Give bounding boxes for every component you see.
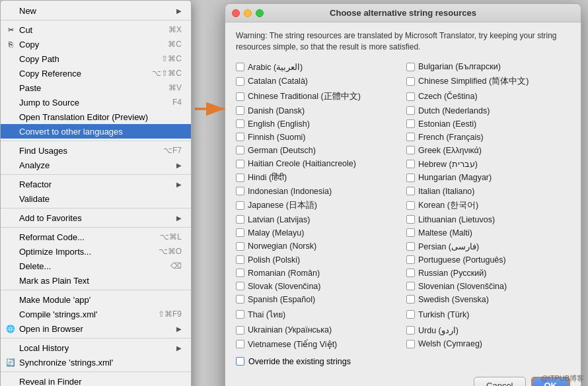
lang-item: Persian (فارسی) [406, 240, 570, 253]
menu-item-copy[interactable]: ⎘ Copy ⌘C [1, 37, 191, 51]
lang-checkbox[interactable] [236, 282, 244, 290]
lang-checkbox[interactable] [236, 77, 244, 86]
lang-checkbox[interactable] [236, 295, 244, 304]
lang-checkbox[interactable] [406, 255, 415, 264]
menu-item-convert[interactable]: Convert to other languages [1, 124, 191, 139]
lang-checkbox[interactable] [406, 92, 415, 101]
traffic-lights [232, 9, 264, 17]
lang-checkbox[interactable] [406, 242, 415, 251]
lang-checkbox[interactable] [406, 215, 415, 224]
lang-item: Romanian (Român) [236, 267, 400, 279]
lang-label: Romanian (Român) [248, 269, 320, 278]
menu-item-new[interactable]: New ▶ [1, 3, 191, 18]
lang-checkbox[interactable] [406, 63, 415, 71]
lang-item: Arabic (العربية) [236, 61, 400, 73]
lang-checkbox[interactable] [406, 295, 415, 304]
menu-item-local-history[interactable]: Local History ▶ [1, 340, 191, 355]
separator-5 [1, 227, 191, 228]
lang-checkbox[interactable] [406, 133, 415, 141]
lang-checkbox[interactable] [236, 269, 244, 277]
lang-checkbox[interactable] [236, 119, 244, 128]
menu-item-validate[interactable]: Validate [1, 191, 191, 206]
menu-item-open-browser[interactable]: 🌐 Open in Browser ▶ [1, 321, 191, 336]
menu-item-optimize-imports[interactable]: Optimize Imports... ⌥⌘O [1, 244, 191, 259]
menu-item-jump-to-source[interactable]: Jump to Source F4 [1, 95, 191, 110]
lang-item: Greek (Ελληνικά) [406, 145, 570, 156]
lang-checkbox[interactable] [236, 92, 244, 101]
lang-item: Ukrainian (Українська) [236, 324, 400, 337]
menu-item-compile-strings[interactable]: Compile 'strings.xml' ⇧⌘F9 [1, 307, 191, 321]
close-button[interactable] [232, 9, 240, 17]
separator-7 [1, 338, 191, 338]
lang-checkbox[interactable] [236, 255, 244, 264]
lang-checkbox[interactable] [406, 160, 415, 168]
menu-item-cut[interactable]: ✂ Cut ⌘X [1, 22, 191, 37]
lang-checkbox[interactable] [236, 201, 244, 210]
menu-item-delete[interactable]: Delete... ⌫ [1, 259, 191, 273]
menu-item-open-translation-editor[interactable]: Open Translation Editor (Preview) [1, 110, 191, 124]
lang-checkbox[interactable] [406, 310, 415, 319]
dialog: Choose alternative string resources Warn… [225, 3, 581, 386]
lang-checkbox[interactable] [236, 133, 244, 141]
lang-checkbox[interactable] [236, 63, 244, 71]
copy-path-label: Copy Path [19, 54, 59, 64]
menu-item-copy-path[interactable]: Copy Path ⇧⌘C [1, 51, 191, 66]
menu-item-analyze[interactable]: Analyze ▶ [1, 158, 191, 172]
minimize-button[interactable] [244, 9, 252, 17]
lang-checkbox[interactable] [236, 310, 244, 319]
menu-item-synchronize[interactable]: 🔄 Synchronize 'strings.xml' [1, 355, 191, 370]
lang-item: Korean (한국어) [406, 199, 570, 212]
lang-checkbox[interactable] [406, 146, 415, 154]
lang-checkbox[interactable] [406, 326, 415, 335]
lang-item: Portuguese (Português) [406, 254, 570, 266]
lang-checkbox[interactable] [406, 174, 415, 182]
lang-checkbox[interactable] [406, 282, 415, 290]
menu-item-add-to-favorites[interactable]: Add to Favorites ▶ [1, 210, 191, 225]
menu-item-refactor[interactable]: Refactor ▶ [1, 177, 191, 191]
lang-checkbox[interactable] [236, 187, 244, 195]
new-label: New [19, 6, 36, 16]
lang-checkbox[interactable] [236, 160, 244, 168]
lang-checkbox[interactable] [236, 228, 244, 237]
lang-label: Norwegian (Norsk) [248, 241, 316, 251]
menu-item-reformat-code[interactable]: Reformat Code... ⌥⌘L [1, 230, 191, 244]
lang-checkbox[interactable] [236, 215, 244, 224]
lang-item: Thai (ไทย) [236, 307, 400, 323]
lang-checkbox[interactable] [406, 340, 415, 348]
menu-item-mark-plain[interactable]: Mark as Plain Text [1, 273, 191, 288]
lang-item: Estonian (Eesti) [406, 118, 570, 130]
lang-checkbox[interactable] [236, 106, 244, 115]
lang-item: French (Français) [406, 131, 570, 143]
lang-checkbox[interactable] [406, 269, 415, 277]
lang-item: Maltese (Malti) [406, 227, 570, 239]
menu-item-make-module[interactable]: Make Module 'app' [1, 292, 191, 307]
lang-checkbox[interactable] [236, 146, 244, 154]
lang-label: Latvian (Latvijas) [248, 215, 311, 224]
lang-item: Vietnamese (Tiếng Việt) [236, 338, 400, 350]
cancel-button[interactable]: Cancel [474, 377, 525, 386]
lang-checkbox[interactable] [406, 187, 415, 195]
lang-checkbox[interactable] [406, 77, 415, 86]
analyze-arrow: ▶ [176, 162, 182, 169]
lang-checkbox[interactable] [406, 119, 415, 128]
menu-item-copy-reference[interactable]: Copy Reference ⌥⇧⌘C [1, 66, 191, 80]
override-checkbox[interactable] [236, 357, 244, 366]
lang-label: Japanese (日本語) [248, 200, 317, 211]
optimize-imports-shortcut: ⌥⌘O [139, 247, 182, 256]
lang-checkbox[interactable] [236, 340, 244, 348]
reformat-code-label: Reformat Code... [19, 232, 85, 242]
lang-item: Hebrew (עברית) [406, 158, 570, 170]
menu-item-find-usages[interactable]: Find Usages ⌥F7 [1, 143, 191, 158]
reveal-finder-label: Reveal in Finder [19, 377, 82, 387]
maximize-button[interactable] [256, 9, 264, 17]
lang-checkbox[interactable] [406, 228, 415, 237]
lang-checkbox[interactable] [236, 326, 244, 335]
lang-label: Thai (ไทย) [248, 308, 285, 321]
separator-1 [1, 20, 191, 20]
lang-checkbox[interactable] [236, 174, 244, 182]
menu-item-reveal-finder[interactable]: Reveal in Finder [1, 374, 191, 386]
lang-checkbox[interactable] [236, 242, 244, 251]
menu-item-paste[interactable]: Paste ⌘V [1, 80, 191, 95]
lang-checkbox[interactable] [406, 201, 415, 210]
lang-checkbox[interactable] [406, 106, 415, 115]
